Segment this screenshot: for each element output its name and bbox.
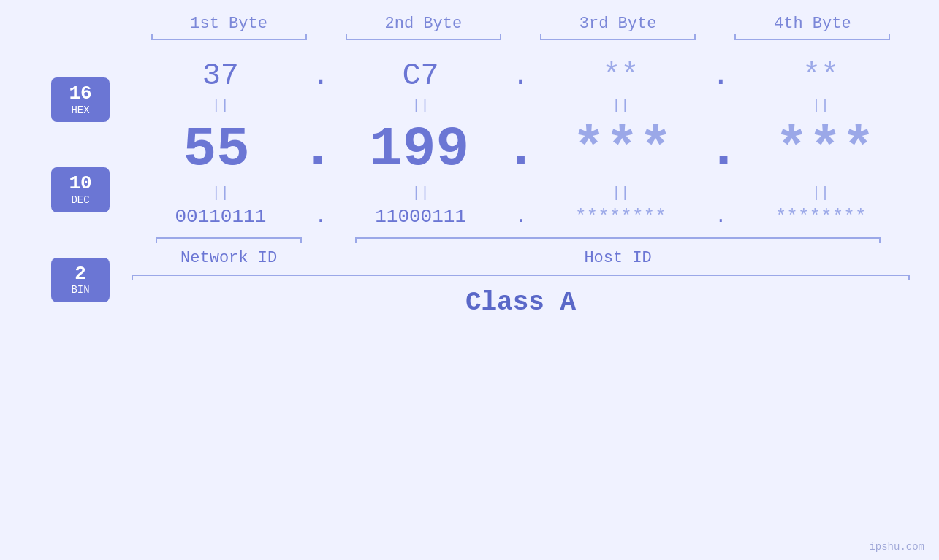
host-bracket-container [326,237,910,239]
hex-byte1-value: 37 [202,58,239,93]
dec-byte4-cell: *** [740,118,910,181]
bracket-line-3 [540,39,696,40]
bin-byte3-value: ******** [575,206,666,228]
network-id-label: Network ID [132,249,326,267]
watermark: ipshu.com [869,541,924,553]
sep-dec-bin: || || || || [132,185,910,202]
outer-bracket-container [132,275,910,276]
hex-base-num: 16 [60,83,101,104]
host-id-label: Host ID [326,249,910,267]
dbar3: || [532,99,710,113]
data-grid: 37 . C7 . ** . ** || || [132,55,910,318]
dec-base-label: DEC [60,194,101,207]
top-brackets [29,39,910,40]
dec-sep2: . [504,118,538,181]
class-label: Class A [132,288,910,318]
bottom-bracket-wrapper [132,237,910,239]
dec-data-row: 55 . 199 . *** . *** [132,115,910,185]
dec-byte4-value: *** [775,118,875,181]
network-bracket-line [156,237,302,239]
bin-badge: 2 BIN [51,258,110,302]
bracket-line-4 [734,39,890,40]
host-bracket-line [355,237,881,239]
hex-byte1-cell: 37 [132,58,310,93]
byte1-header: 1st Byte [132,15,326,39]
main-data-area: 16 HEX 10 DEC 2 BIN 37 . C7 [29,55,910,318]
hex-byte3-cell: ** [532,58,710,93]
hex-badge: 16 HEX [51,77,110,122]
id-labels-row: Network ID Host ID [132,249,910,267]
bin-base-num: 2 [60,264,101,285]
dec-byte1-cell: 55 [132,118,301,181]
hex-data-row: 37 . C7 . ** . ** [132,55,910,97]
dec-byte2-cell: 199 [335,118,504,181]
dec-byte3-value: *** [572,118,672,181]
byte3-header: 3rd Byte [521,15,715,39]
dec-sep3: . [707,118,740,181]
dec-base-num: 10 [60,173,101,194]
bracket-cell-1 [132,39,326,40]
bracket-cell-3 [521,39,715,40]
hex-sep1: . [310,58,332,93]
byte4-header: 4th Byte [715,15,910,39]
hex-sep2: . [510,58,532,93]
outer-bracket-line [132,275,910,276]
bin-byte2-cell: 11000111 [332,206,510,228]
dbar7: || [532,186,710,201]
bracket-line-1 [151,39,307,40]
hex-base-label: HEX [60,104,101,117]
bin-byte3-cell: ******** [532,206,710,228]
dec-byte1-value: 55 [183,118,249,181]
byte2-header: 2nd Byte [326,15,520,39]
bin-byte2-value: 11000111 [375,206,466,228]
dec-badge: 10 DEC [51,167,110,212]
dbar6: || [332,186,510,201]
bracket-line-2 [346,39,501,40]
byte-headers-row: 1st Byte 2nd Byte 3rd Byte 4th Byte [29,15,910,39]
hex-byte3-value: ** [602,58,639,93]
dbar5: || [132,186,310,201]
hex-byte4-cell: ** [731,58,910,93]
dec-sep1: . [301,118,335,181]
sep-hex-dec: || || || || [132,97,910,115]
bin-byte4-value: ******** [775,206,867,228]
main-container: 1st Byte 2nd Byte 3rd Byte 4th Byte 16 H… [0,0,939,560]
hex-byte2-cell: C7 [332,58,510,93]
bracket-cell-4 [715,39,910,40]
bin-byte1-value: 00110111 [175,206,266,228]
base-labels-column: 16 HEX 10 DEC 2 BIN [29,55,132,318]
bin-data-row: 00110111 . 11000111 . ******** . *******… [132,202,910,231]
hex-byte2-value: C7 [402,58,438,93]
dec-byte3-cell: *** [537,118,707,181]
bracket-cell-2 [326,39,520,40]
bin-byte4-cell: ******** [731,206,910,228]
dec-byte2-value: 199 [369,118,469,181]
bin-sep2: . [510,206,532,228]
bin-sep1: . [310,206,332,228]
dbar8: || [731,186,910,201]
hex-byte4-value: ** [802,58,839,93]
dbar1: || [132,99,310,113]
bin-base-label: BIN [60,284,101,296]
network-bracket-container [132,237,326,239]
dbar4: || [731,99,910,113]
bin-sep3: . [710,206,731,228]
hex-sep3: . [710,58,731,93]
dbar2: || [332,99,510,113]
bin-byte1-cell: 00110111 [132,206,310,228]
